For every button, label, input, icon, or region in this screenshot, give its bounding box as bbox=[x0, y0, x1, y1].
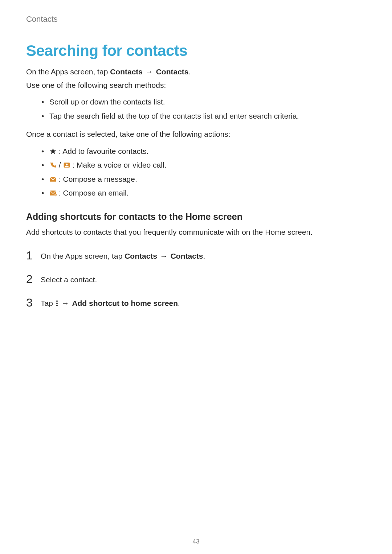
search-methods-list: Scroll up or down the contacts list. Tap… bbox=[26, 96, 366, 122]
text-fragment: : Compose a message. bbox=[57, 175, 137, 183]
phone-icon bbox=[49, 161, 57, 169]
bold-text: Contacts bbox=[156, 67, 189, 76]
text-fragment: . bbox=[203, 252, 205, 260]
bold-text: Contacts bbox=[110, 67, 143, 76]
intro-line-1: On the Apps screen, tap Contacts → Conta… bbox=[26, 66, 366, 78]
text-fragment: . bbox=[189, 67, 191, 76]
document-page: Contacts Searching for contacts On the A… bbox=[0, 0, 392, 554]
page-number: 43 bbox=[0, 538, 392, 545]
page-title: Searching for contacts bbox=[26, 42, 366, 59]
step-item: Select a contact. bbox=[26, 268, 366, 292]
page-tab-mark bbox=[19, 0, 19, 20]
arrow-text: → bbox=[157, 252, 171, 260]
text-fragment: On the Apps screen, tap bbox=[41, 252, 124, 260]
svg-marker-0 bbox=[50, 148, 56, 154]
svg-point-7 bbox=[56, 300, 58, 302]
step-item: On the Apps screen, tap Contacts → Conta… bbox=[26, 245, 366, 268]
list-item: Scroll up or down the contacts list. bbox=[41, 96, 366, 108]
text-fragment: Tap bbox=[41, 299, 55, 307]
bold-text: Contacts bbox=[171, 252, 203, 260]
star-icon bbox=[49, 148, 57, 155]
text-fragment: / bbox=[57, 161, 63, 169]
svg-point-9 bbox=[56, 305, 58, 306]
text-fragment: On the Apps screen, tap bbox=[26, 67, 110, 76]
breadcrumb: Contacts bbox=[26, 15, 366, 24]
mid-text: Once a contact is selected, take one of … bbox=[26, 128, 366, 140]
svg-text:@: @ bbox=[54, 194, 56, 196]
list-item: : Add to favourite contacts. bbox=[41, 145, 366, 157]
svg-point-2 bbox=[66, 164, 68, 165]
video-call-icon bbox=[63, 161, 70, 169]
list-item: : Compose a message. bbox=[41, 173, 366, 185]
svg-point-8 bbox=[56, 303, 58, 304]
list-item: / : Make a voice or video call. bbox=[41, 159, 366, 171]
text-fragment: : Add to favourite contacts. bbox=[57, 147, 148, 155]
message-icon bbox=[49, 176, 57, 183]
steps-list: On the Apps screen, tap Contacts → Conta… bbox=[26, 245, 366, 315]
list-item: @ : Compose an email. bbox=[41, 187, 366, 199]
email-icon: @ bbox=[49, 189, 57, 197]
sub-desc: Add shortcuts to contacts that you frequ… bbox=[26, 226, 366, 238]
actions-list: : Add to favourite contacts. / : Make a … bbox=[26, 145, 366, 199]
list-item: Tap the search field at the top of the c… bbox=[41, 110, 366, 122]
text-fragment: : Make a voice or video call. bbox=[70, 161, 167, 169]
bold-text: Contacts bbox=[124, 252, 157, 260]
text-fragment: . bbox=[178, 299, 180, 307]
subheading: Adding shortcuts for contacts to the Hom… bbox=[26, 212, 366, 222]
arrow-text: → bbox=[59, 299, 72, 307]
arrow-text: → bbox=[143, 67, 156, 76]
intro-line-2: Use one of the following search methods: bbox=[26, 79, 366, 91]
text-fragment: : Compose an email. bbox=[57, 189, 128, 197]
bold-text: Add shortcut to home screen bbox=[72, 299, 178, 307]
more-options-icon bbox=[55, 300, 59, 307]
step-item: Tap → Add shortcut to home screen. bbox=[26, 292, 366, 315]
